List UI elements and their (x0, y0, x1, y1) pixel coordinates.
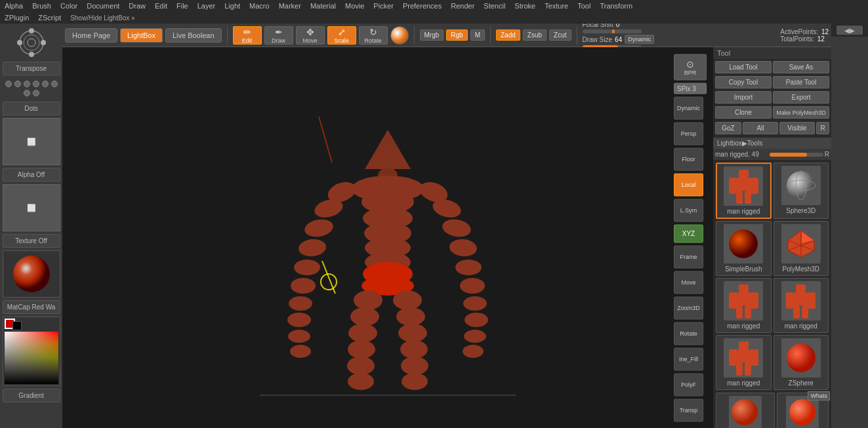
tool-zsphere[interactable]: ZSphere (774, 335, 829, 390)
menu-stroke[interactable]: Stroke (512, 2, 537, 10)
menu-tool[interactable]: Tool (575, 2, 592, 10)
matcap-label[interactable]: MatCap Red Wa (3, 300, 60, 314)
menu-document[interactable]: Document (85, 2, 121, 10)
sphere-preview[interactable] (390, 26, 409, 45)
menu-layer[interactable]: Layer (196, 2, 218, 10)
local-button[interactable]: Local (674, 173, 703, 196)
zoom3d-button[interactable]: Zoom3D (674, 296, 703, 319)
frame-button[interactable]: Frame (674, 245, 703, 268)
tool-zsphere-1[interactable]: ZSphere_1 (716, 393, 775, 428)
menu-light[interactable]: Light (222, 2, 242, 10)
transp-button[interactable]: Transp (674, 399, 703, 421)
menu-zscript[interactable]: ZScript (36, 14, 63, 22)
texture-off-preview[interactable]: ⬜ (3, 184, 60, 231)
home-page-button[interactable]: Home Page (65, 28, 117, 43)
menu-alpha[interactable]: Alpha (3, 2, 25, 10)
color-picker-area[interactable] (3, 317, 60, 386)
floor-button[interactable]: Floor (674, 147, 703, 170)
transpose-label[interactable]: Transpose (3, 62, 60, 75)
make-polymesh-button[interactable]: Make PolyMesh3D (773, 106, 829, 119)
scale-button[interactable]: ⤢ Scale (327, 26, 356, 45)
menu-edit[interactable]: Edit (153, 2, 169, 10)
nav-arrows[interactable]: ◀ ▶ (837, 26, 863, 35)
menu-material[interactable]: Material (308, 2, 338, 10)
alpha-off-preview[interactable]: ⬜ (3, 118, 60, 165)
dots-label[interactable]: Dots (3, 102, 60, 115)
alpha-off-label[interactable]: Alpha Off (3, 168, 60, 182)
dynamic-viewport-button[interactable]: Dynamic (674, 96, 703, 119)
tool-man-rigged-3[interactable]: man rigged (774, 278, 829, 333)
clone-button[interactable]: Clone (715, 106, 772, 119)
lightbox-tools-label[interactable]: Lightbox▶Tools (713, 138, 831, 149)
background-color[interactable] (12, 321, 22, 330)
spix-button[interactable]: SPix 3 (674, 83, 707, 94)
dynamic-button[interactable]: Dynamic (625, 35, 654, 44)
all-button[interactable]: All (743, 122, 778, 134)
zcut-button[interactable]: Zcut (549, 29, 571, 41)
save-as-button[interactable]: Save As (773, 61, 829, 73)
menu-zplugin[interactable]: ZPlugin (3, 14, 31, 22)
move-viewport-button[interactable]: Move (674, 271, 703, 294)
tool-simplebrush[interactable]: SimpleBrush (716, 221, 772, 276)
bpr-button[interactable]: ⊙ BPR (674, 54, 707, 80)
texture-off-icon: ⬜ (27, 204, 36, 212)
menu-movie[interactable]: Movie (343, 2, 366, 10)
tool-man-rigged-3-thumb (781, 281, 821, 321)
menu-macro[interactable]: Macro (247, 2, 272, 10)
menu-transform[interactable]: Transform (598, 2, 634, 10)
menu-texture[interactable]: Texture (543, 2, 570, 10)
svg-point-2 (28, 39, 35, 47)
matcap-preview[interactable] (3, 250, 60, 298)
lsym-button[interactable]: L.Sym (674, 199, 703, 222)
viewport[interactable]: ⊙ BPR SPix 3 Dynamic Persp Floor Local L… (62, 47, 713, 428)
tool-man-rigged-2[interactable]: man rigged (716, 278, 772, 333)
show-hide-lightbox[interactable]: Show/Hide LightBox » (68, 14, 136, 22)
m-button[interactable]: M (470, 29, 485, 41)
dots-area (3, 78, 60, 99)
menu-brush[interactable]: Brush (30, 2, 53, 10)
menu-preferences[interactable]: Preferences (401, 2, 444, 10)
menu-color[interactable]: Color (58, 2, 79, 10)
live-boolean-button[interactable]: Live Boolean (165, 28, 222, 43)
focal-shift-slider[interactable] (583, 29, 642, 33)
lightbox-button[interactable]: LightBox (120, 28, 163, 43)
menu-render[interactable]: Render (449, 2, 476, 10)
paste-tool-button[interactable]: Paste Tool (773, 76, 829, 88)
texture-off-label[interactable]: Texture Off (3, 234, 60, 248)
import-button[interactable]: Import (715, 91, 772, 104)
tool-sphere3d[interactable]: Sphere3D (774, 163, 829, 219)
menu-file[interactable]: File (175, 2, 190, 10)
man-rigged-slider[interactable] (770, 153, 823, 157)
mrgb-button[interactable]: Mrgb (420, 29, 444, 41)
move-button[interactable]: ✥ Move (296, 26, 325, 45)
ine-fill-button[interactable]: Ine_Fill (674, 347, 703, 370)
r-button[interactable]: R (816, 122, 829, 134)
svg-point-27 (463, 296, 487, 311)
rgb-button[interactable]: Rgb (446, 29, 467, 41)
xyz-button[interactable]: XYZ (674, 224, 703, 243)
persp-button[interactable]: Persp (674, 122, 703, 145)
tool-polymesh3d[interactable]: PolyMesh3D (774, 221, 829, 276)
tool-man-rigged[interactable]: man rigged (716, 163, 772, 219)
zsub-button[interactable]: Zsub (523, 29, 547, 41)
polyf-button[interactable]: PolyF (674, 373, 703, 396)
tool-zsphere-thumb (781, 338, 821, 378)
menu-draw[interactable]: Draw (127, 2, 148, 10)
edit-button[interactable]: ✏ Edit (233, 26, 262, 45)
draw-button[interactable]: ✒ Draw (264, 26, 293, 45)
color-gradient-picker[interactable] (5, 332, 58, 384)
menu-picker[interactable]: Picker (371, 2, 396, 10)
zadd-button[interactable]: Zadd (496, 29, 520, 41)
rotate-viewport-button[interactable]: Rotate (674, 322, 703, 345)
rotate-button[interactable]: ↻ Rotate (359, 26, 388, 45)
tool-man-rigged-4[interactable]: man rigged (716, 335, 772, 390)
menu-stencil[interactable]: Stencil (482, 2, 507, 10)
load-tool-button[interactable]: Load Tool (715, 61, 772, 73)
copy-tool-button[interactable]: Copy Tool (715, 76, 772, 88)
menu-marker[interactable]: Marker (277, 2, 303, 10)
gradient-label[interactable]: Gradient (3, 389, 60, 402)
export-button[interactable]: Export (773, 91, 829, 104)
visible-button[interactable]: Visible (779, 122, 815, 134)
goz-button[interactable]: GoZ (715, 122, 741, 134)
svg-point-18 (287, 313, 311, 327)
